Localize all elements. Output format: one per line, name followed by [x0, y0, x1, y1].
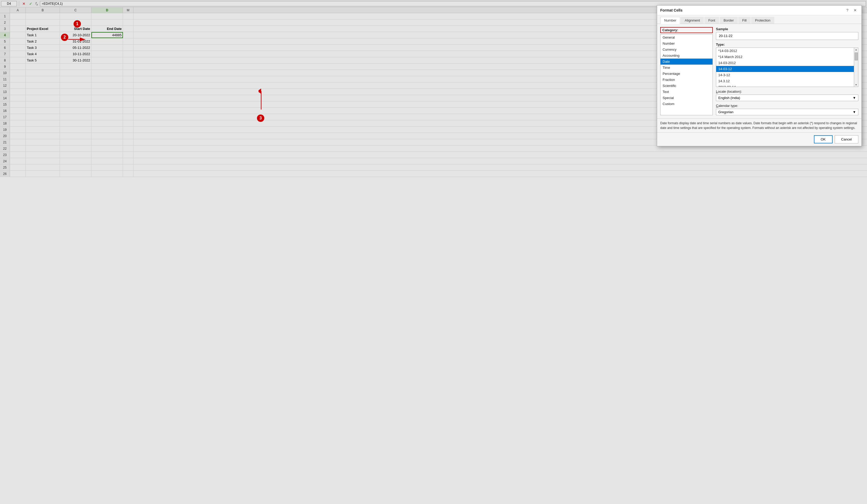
annotation-3: 3	[257, 115, 264, 122]
annotation-1: 1	[74, 20, 81, 28]
annotation-2: 2	[61, 34, 68, 41]
